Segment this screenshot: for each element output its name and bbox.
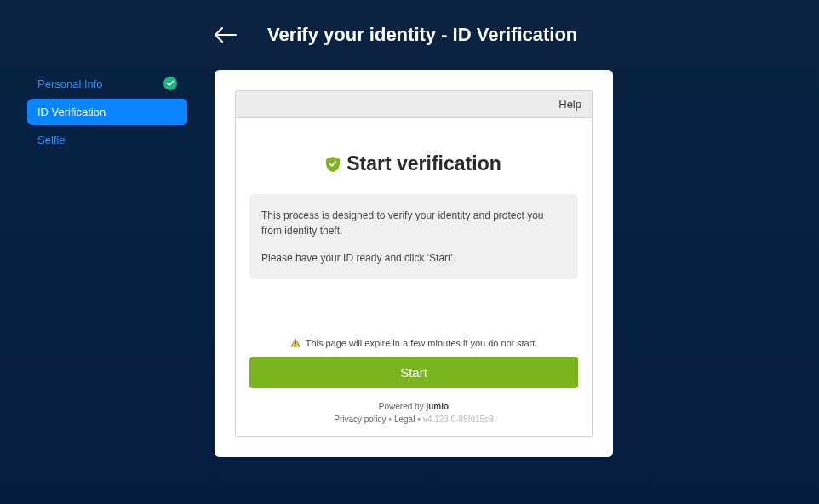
frame-topbar: Help: [236, 91, 592, 118]
footer-links: Privacy policy•Legal•v4.123.0-85fd15c9: [249, 413, 578, 426]
info-text-1: This process is designed to verify your …: [261, 208, 566, 238]
sidebar-item-id-verification[interactable]: ID Verification: [27, 99, 187, 125]
sidebar-item-personal-info[interactable]: Personal Info: [27, 70, 187, 97]
expire-text: This page will expire in a few minutes i…: [306, 338, 538, 348]
verify-heading: Start verification: [249, 152, 578, 175]
check-badge-icon: [163, 77, 177, 90]
legal-link[interactable]: Legal: [394, 415, 415, 424]
expire-warning: This page will expire in a few minutes i…: [249, 338, 578, 348]
arrow-left-icon: [215, 27, 237, 43]
powered-by: Powered by jumio: [249, 400, 578, 413]
spacer: [249, 279, 578, 338]
privacy-link[interactable]: Privacy policy: [334, 415, 386, 424]
sidebar-item-label: Selfie: [37, 134, 66, 146]
layout: Personal Info ID Verification Selfie Hel…: [0, 70, 819, 457]
shield-check-icon: [326, 157, 340, 172]
svg-rect-0: [295, 341, 295, 344]
verification-frame: Help Start verification This process is …: [235, 90, 593, 437]
main-card: Help Start verification This process is …: [215, 70, 613, 457]
sidebar-item-label: ID Verification: [37, 106, 106, 118]
header: Verify your identity - ID Verification: [0, 0, 819, 70]
powered-by-brand: jumio: [426, 402, 449, 411]
warning-icon: [290, 338, 301, 348]
frame-body: Start verification This process is desig…: [236, 118, 592, 436]
sidebar: Personal Info ID Verification Selfie: [27, 70, 187, 457]
page-title: Verify your identity - ID Verification: [267, 24, 577, 46]
start-button[interactable]: Start: [249, 357, 578, 388]
info-box: This process is designed to verify your …: [249, 194, 578, 279]
verify-heading-text: Start verification: [346, 152, 501, 175]
back-button[interactable]: [215, 27, 237, 43]
sidebar-item-label: Personal Info: [37, 77, 103, 90]
info-text-2: Please have your ID ready and click 'Sta…: [261, 250, 566, 266]
help-link[interactable]: Help: [558, 98, 581, 111]
sidebar-item-selfie[interactable]: Selfie: [27, 127, 187, 153]
version-text: v4.123.0-85fd15c9: [423, 415, 494, 424]
separator-dot: •: [417, 415, 421, 424]
svg-rect-1: [295, 345, 295, 346]
separator-dot: •: [388, 415, 392, 424]
powered-by-prefix: Powered by: [379, 402, 427, 411]
footer-meta: Powered by jumio Privacy policy•Legal•v4…: [249, 400, 578, 426]
